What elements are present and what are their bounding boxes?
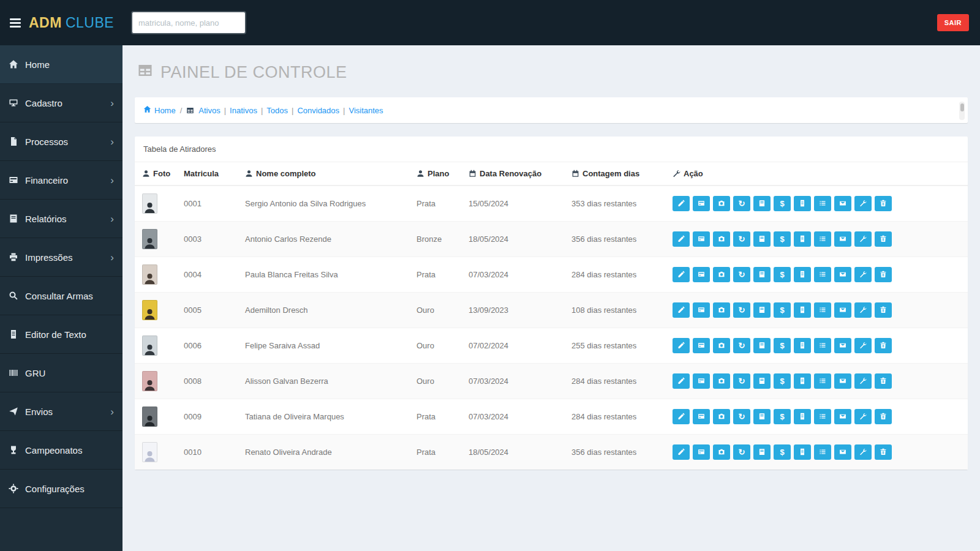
tools-button[interactable] [854,231,872,247]
photo-button[interactable] [713,373,730,389]
edit-button[interactable] [673,338,690,353]
delete-button[interactable] [875,373,892,389]
payment-button[interactable]: $ [774,444,791,460]
list-button[interactable] [814,196,831,211]
filter-link-todos[interactable]: Todos [266,106,288,115]
id-card-button[interactable] [693,373,710,389]
renew-button[interactable]: ↻ [733,409,750,424]
list-button[interactable] [814,373,831,389]
payment-button[interactable]: $ [774,302,791,318]
payment-button[interactable]: $ [774,373,791,389]
renew-button[interactable]: ↻ [733,338,750,353]
tools-button[interactable] [854,409,872,424]
document-button[interactable] [794,196,811,211]
renew-button[interactable]: ↻ [733,373,750,389]
email-button[interactable] [834,444,851,460]
sidebar-item-gru[interactable]: GRU [0,354,123,392]
id-card-button[interactable] [693,267,710,282]
payment-button[interactable]: $ [774,338,791,353]
record-book-button[interactable] [753,338,771,353]
delete-button[interactable] [875,196,892,211]
list-button[interactable] [814,409,831,424]
tools-button[interactable] [854,444,872,460]
photo-button[interactable] [713,444,730,460]
list-button[interactable] [814,267,831,282]
menu-toggle-button[interactable] [10,18,21,28]
filter-link-ativos[interactable]: Ativos [198,106,220,115]
sidebar-item-envios[interactable]: Envios› [0,392,123,431]
document-button[interactable] [794,373,811,389]
edit-button[interactable] [673,267,690,282]
tools-button[interactable] [854,196,872,211]
record-book-button[interactable] [753,302,771,318]
tools-button[interactable] [854,373,872,389]
edit-button[interactable] [673,231,690,247]
photo-button[interactable] [713,196,730,211]
sidebar-item-financeiro[interactable]: Financeiro› [0,161,123,200]
filter-link-convidados[interactable]: Convidados [297,106,339,115]
email-button[interactable] [834,196,851,211]
edit-button[interactable] [673,302,690,318]
document-button[interactable] [794,444,811,460]
payment-button[interactable]: $ [774,267,791,282]
document-button[interactable] [794,231,811,247]
record-book-button[interactable] [753,444,771,460]
renew-button[interactable]: ↻ [733,444,750,460]
payment-button[interactable]: $ [774,409,791,424]
sidebar-item-impressoes[interactable]: Impressões› [0,238,123,277]
sidebar-item-campeonatos[interactable]: Campeonatos [0,431,123,470]
document-button[interactable] [794,267,811,282]
sidebar-item-editor-de-texto[interactable]: Editor de Texto [0,315,123,354]
tools-button[interactable] [854,302,872,318]
filter-link-inativos[interactable]: Inativos [230,106,257,115]
delete-button[interactable] [875,409,892,424]
record-book-button[interactable] [753,196,771,211]
sidebar-item-configuracoes[interactable]: Configurações [0,470,123,508]
filter-link-visitantes[interactable]: Visitantes [349,106,383,115]
record-book-button[interactable] [753,267,771,282]
edit-button[interactable] [673,373,690,389]
photo-button[interactable] [713,267,730,282]
sidebar-item-consultar-armas[interactable]: Consultar Armas [0,277,123,315]
email-button[interactable] [834,267,851,282]
email-button[interactable] [834,338,851,353]
logout-button[interactable]: SAIR [937,14,969,31]
list-button[interactable] [814,444,831,460]
email-button[interactable] [834,231,851,247]
renew-button[interactable]: ↻ [733,231,750,247]
tools-button[interactable] [854,338,872,353]
email-button[interactable] [834,302,851,318]
edit-button[interactable] [673,409,690,424]
email-button[interactable] [834,409,851,424]
sidebar-item-cadastro[interactable]: Cadastro› [0,84,123,122]
photo-button[interactable] [713,302,730,318]
document-button[interactable] [794,302,811,318]
document-button[interactable] [794,409,811,424]
renew-button[interactable]: ↻ [733,196,750,211]
sidebar-item-home[interactable]: Home [0,45,123,84]
sidebar-item-relatorios[interactable]: Relatórios› [0,200,123,238]
sidebar-item-processos[interactable]: Processos› [0,122,123,161]
renew-button[interactable]: ↻ [733,302,750,318]
list-button[interactable] [814,338,831,353]
renew-button[interactable]: ↻ [733,267,750,282]
id-card-button[interactable] [693,409,710,424]
photo-button[interactable] [713,338,730,353]
delete-button[interactable] [875,444,892,460]
id-card-button[interactable] [693,231,710,247]
document-button[interactable] [794,338,811,353]
delete-button[interactable] [875,267,892,282]
breadcrumb-home-link[interactable]: Home [143,105,176,115]
delete-button[interactable] [875,302,892,318]
payment-button[interactable]: $ [774,196,791,211]
id-card-button[interactable] [693,338,710,353]
edit-button[interactable] [673,444,690,460]
search-input[interactable] [131,11,246,34]
delete-button[interactable] [875,338,892,353]
photo-button[interactable] [713,409,730,424]
payment-button[interactable]: $ [774,231,791,247]
record-book-button[interactable] [753,409,771,424]
list-button[interactable] [814,302,831,318]
edit-button[interactable] [673,196,690,211]
email-button[interactable] [834,373,851,389]
